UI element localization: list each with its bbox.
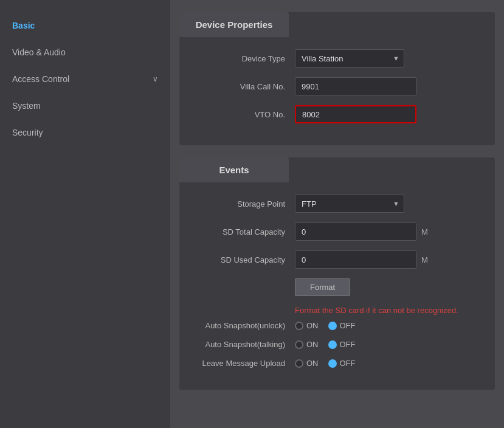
events-body: Storage Point FTP SD Card None ▼ SD Tota… — [179, 182, 495, 390]
leave-message-on-option[interactable]: ON — [295, 359, 319, 368]
main-content: Device Properties Device Type Villa Stat… — [170, 0, 504, 428]
auto-snapshot-talking-off-option[interactable]: OFF — [328, 340, 356, 349]
chevron-down-icon: ∨ — [153, 75, 158, 83]
sidebar-item-system[interactable]: System — [0, 92, 170, 119]
device-type-select-wrapper: Villa Station Apartment Station Door Sta… — [295, 49, 404, 67]
sd-total-unit: M — [421, 227, 428, 236]
sd-total-capacity-label: SD Total Capacity — [198, 227, 295, 236]
format-button[interactable]: Format — [295, 278, 350, 296]
auto-snapshot-talking-radio-group: ON OFF — [295, 340, 356, 349]
on-label: ON — [306, 340, 319, 349]
off-label: OFF — [340, 359, 356, 368]
storage-point-select-wrapper: FTP SD Card None ▼ — [295, 195, 404, 213]
auto-snapshot-unlock-on-radio[interactable] — [295, 322, 303, 330]
leave-message-off-option[interactable]: OFF — [328, 359, 356, 368]
auto-snapshot-talking-on-option[interactable]: ON — [295, 340, 319, 349]
sd-used-capacity-input[interactable] — [295, 250, 416, 269]
sd-total-capacity-input[interactable] — [295, 223, 416, 241]
villa-call-no-input[interactable] — [295, 77, 416, 95]
leave-message-upload-label: Leave Message Upload — [198, 359, 295, 368]
sidebar-item-security[interactable]: Security — [0, 119, 170, 146]
auto-snapshot-talking-off-radio[interactable] — [328, 340, 337, 349]
off-label: OFF — [340, 340, 356, 349]
storage-point-row: Storage Point FTP SD Card None ▼ — [198, 195, 477, 213]
auto-snapshot-unlock-label: Auto Snapshot(unlock) — [198, 321, 295, 330]
storage-point-label: Storage Point — [198, 199, 295, 209]
on-label: ON — [306, 321, 319, 330]
device-type-row: Device Type Villa Station Apartment Stat… — [198, 49, 477, 67]
sidebar-item-video-audio[interactable]: Video & Audio — [0, 39, 170, 66]
sidebar-item-access-control[interactable]: Access Control ∨ — [0, 66, 170, 92]
auto-snapshot-unlock-on-option[interactable]: ON — [295, 321, 319, 330]
sidebar-item-label: System — [12, 101, 41, 111]
vto-no-label: VTO No. — [198, 110, 295, 119]
auto-snapshot-talking-label: Auto Snapshot(talking) — [198, 340, 295, 349]
auto-snapshot-unlock-row: Auto Snapshot(unlock) ON OFF — [198, 321, 477, 330]
on-label: ON — [306, 359, 319, 368]
villa-call-no-row: Villa Call No. — [198, 77, 477, 95]
auto-snapshot-unlock-off-option[interactable]: OFF — [328, 321, 356, 330]
leave-message-upload-radio-group: ON OFF — [295, 359, 356, 368]
device-properties-panel: Device Properties Device Type Villa Stat… — [179, 12, 495, 145]
sd-used-unit: M — [421, 255, 428, 264]
events-panel: Events Storage Point FTP SD Card None ▼ … — [179, 157, 495, 390]
events-title: Events — [179, 157, 289, 182]
auto-snapshot-talking-row: Auto Snapshot(talking) ON OFF — [198, 340, 477, 349]
sidebar-item-label: Video & Audio — [12, 47, 66, 57]
vto-no-input[interactable] — [295, 105, 416, 123]
villa-call-no-label: Villa Call No. — [198, 82, 295, 91]
sidebar-item-label: Access Control — [12, 74, 69, 84]
auto-snapshot-talking-on-radio[interactable] — [295, 340, 303, 349]
device-type-label: Device Type — [198, 54, 295, 63]
sidebar: Basic Video & Audio Access Control ∨ Sys… — [0, 0, 170, 428]
storage-point-select[interactable]: FTP SD Card None — [295, 195, 404, 213]
sidebar-item-label: Security — [12, 128, 43, 137]
sd-used-capacity-label: SD Used Capacity — [198, 255, 295, 264]
sidebar-item-label: Basic — [12, 21, 35, 30]
sidebar-item-basic[interactable]: Basic — [0, 12, 170, 39]
auto-snapshot-unlock-off-radio[interactable] — [328, 322, 337, 330]
leave-message-off-radio[interactable] — [328, 359, 337, 368]
device-properties-title: Device Properties — [179, 12, 289, 37]
sd-total-capacity-row: SD Total Capacity M — [198, 223, 477, 241]
device-properties-body: Device Type Villa Station Apartment Stat… — [179, 37, 495, 145]
sd-used-capacity-row: SD Used Capacity M — [198, 250, 477, 269]
off-label: OFF — [340, 321, 356, 330]
format-button-row: Format — [198, 278, 477, 296]
leave-message-on-radio[interactable] — [295, 359, 303, 368]
format-warning: Format the SD card if it can not be reco… — [295, 306, 477, 315]
auto-snapshot-unlock-radio-group: ON OFF — [295, 321, 356, 330]
vto-no-row: VTO No. — [198, 105, 477, 123]
leave-message-upload-row: Leave Message Upload ON OFF — [198, 359, 477, 368]
device-type-select[interactable]: Villa Station Apartment Station Door Sta… — [295, 49, 404, 67]
